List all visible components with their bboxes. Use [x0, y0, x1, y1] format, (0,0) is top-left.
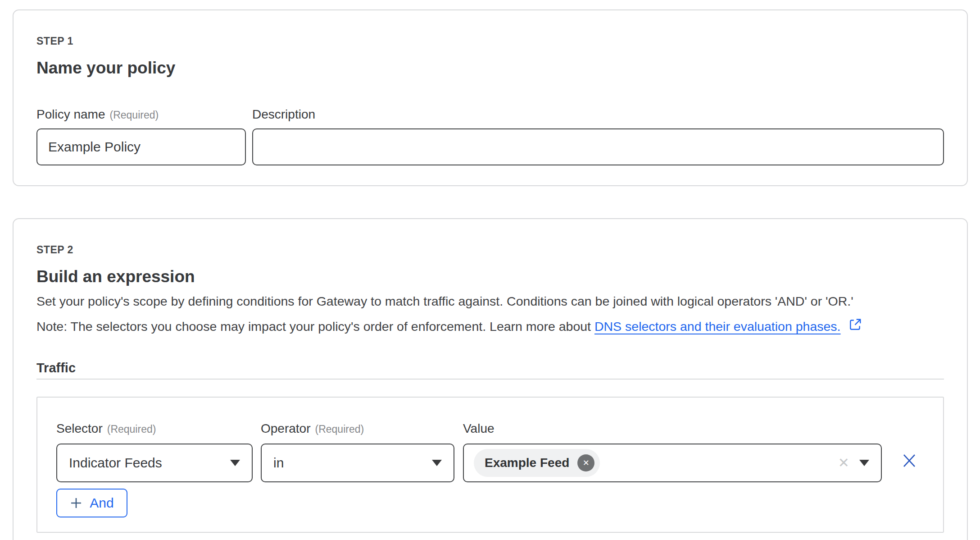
chevron-down-icon [230, 460, 240, 466]
note-prefix-text: Note: The selectors you choose may impac… [36, 319, 594, 334]
operator-required-hint: (Required) [315, 423, 364, 435]
chevron-down-icon [432, 460, 442, 466]
step1-card: STEP 1 Name your policy Policy name(Requ… [13, 9, 968, 186]
value-field-group: Value Example Feed ✕ ✕ [463, 421, 882, 482]
policy-name-field-group: Policy name(Required) [36, 107, 246, 165]
operator-label-row: Operator(Required) [261, 421, 454, 436]
selector-label-row: Selector(Required) [56, 421, 253, 436]
selectors-note-text: Note: The selectors you choose may impac… [36, 317, 944, 336]
policy-name-required-hint: (Required) [110, 109, 159, 121]
selector-dropdown[interactable]: Indicator Feeds [56, 444, 253, 482]
and-button-label: And [90, 495, 113, 511]
plus-icon [70, 497, 82, 509]
traffic-divider [36, 379, 944, 380]
clear-all-icon[interactable]: ✕ [838, 456, 849, 470]
remove-condition-button[interactable] [901, 453, 917, 471]
traffic-section-heading: Traffic [36, 360, 944, 376]
external-link-icon [848, 317, 862, 336]
policy-name-label-row: Policy name(Required) [36, 107, 246, 122]
selector-label: Selector [56, 421, 103, 435]
policy-name-label: Policy name [36, 107, 105, 121]
remove-condition-column [894, 421, 924, 482]
step2-title: Build an expression [36, 267, 944, 287]
value-tag-text: Example Feed [485, 456, 569, 470]
operator-dropdown-value: in [273, 455, 284, 471]
value-tag: Example Feed ✕ [474, 449, 600, 477]
value-multiselect[interactable]: Example Feed ✕ ✕ [463, 444, 882, 482]
value-label: Value [463, 421, 495, 435]
selector-required-hint: (Required) [107, 423, 156, 435]
description-field-group: Description [252, 107, 944, 165]
dns-selectors-link[interactable]: DNS selectors and their evaluation phase… [594, 319, 841, 334]
step1-label: STEP 1 [36, 35, 944, 47]
selector-dropdown-value: Indicator Feeds [69, 455, 162, 471]
add-and-condition-button[interactable]: And [56, 489, 127, 517]
condition-row: Selector(Required) Indicator Feeds Opera… [56, 421, 924, 482]
chevron-down-icon [859, 460, 869, 466]
description-label-row: Description [252, 107, 944, 122]
step2-label: STEP 2 [36, 243, 944, 256]
condition-builder-box: Selector(Required) Indicator Feeds Opera… [36, 397, 944, 533]
policy-name-input[interactable] [36, 128, 246, 165]
expression-intro-text: Set your policy's scope by defining cond… [36, 292, 944, 310]
operator-dropdown[interactable]: in [261, 444, 454, 482]
description-input[interactable] [252, 128, 944, 165]
operator-label: Operator [261, 421, 311, 435]
value-label-row: Value [463, 421, 882, 436]
operator-field-group: Operator(Required) in [261, 421, 454, 482]
description-label: Description [252, 107, 315, 121]
selector-field-group: Selector(Required) Indicator Feeds [56, 421, 253, 482]
tag-remove-icon[interactable]: ✕ [577, 454, 594, 471]
step1-fields-row: Policy name(Required) Description [36, 107, 944, 165]
step1-title: Name your policy [36, 58, 944, 78]
step2-card: STEP 2 Build an expression Set your poli… [13, 218, 968, 540]
